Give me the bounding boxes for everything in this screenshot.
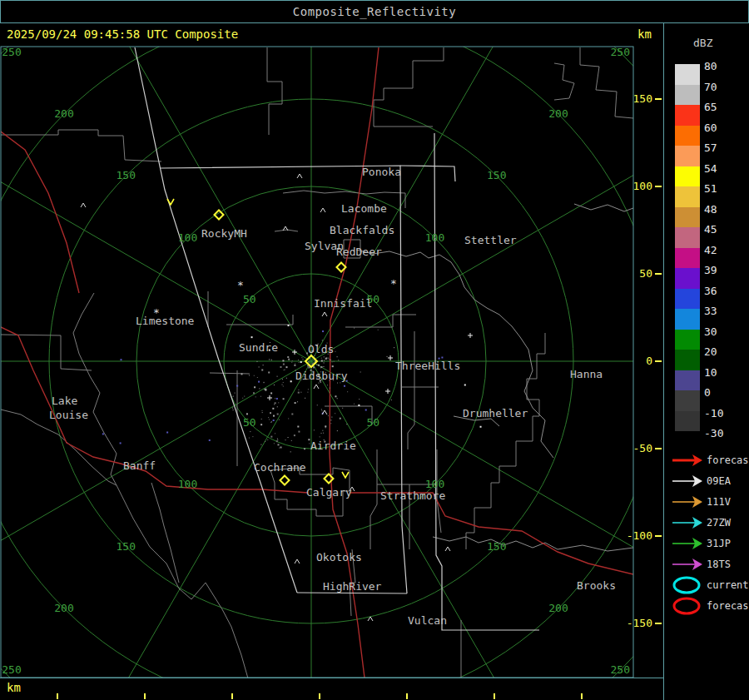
range-ring-label: 250 <box>610 46 629 58</box>
radar-echo <box>325 425 326 427</box>
radar-echo <box>298 392 300 394</box>
radar-echo <box>324 356 325 357</box>
colorbar-box <box>675 166 700 187</box>
radar-echo <box>304 448 305 449</box>
colorbar-box <box>675 186 700 207</box>
radar-echo <box>313 366 315 368</box>
caret-marker <box>445 547 450 551</box>
radar-echo <box>332 361 333 362</box>
site-diamond-marker <box>325 474 334 484</box>
radar-echo <box>271 360 272 360</box>
radar-echo <box>320 382 321 383</box>
radar-echo <box>277 376 278 377</box>
county-boundary <box>325 406 372 424</box>
radar-echo <box>283 382 284 383</box>
city-label: RockyMH <box>201 227 247 240</box>
range-ring-label: 100 <box>425 231 444 244</box>
radar-echo <box>277 439 278 439</box>
radar-echo <box>288 418 289 419</box>
range-ring-label: 50 <box>243 293 256 305</box>
radar-echo <box>335 395 336 397</box>
legend-item: 18TS <box>671 554 731 574</box>
radar-echo <box>274 443 275 444</box>
right-axis-tick-label: -150 <box>627 618 652 629</box>
radar-echo <box>359 399 360 400</box>
plus-marker <box>267 395 272 400</box>
radar-echo <box>330 420 331 420</box>
colorbar-value-label: 33 <box>704 305 717 316</box>
bottom-axis-tick <box>144 693 146 699</box>
radar-echo <box>325 358 327 360</box>
right-axis-tick-label: 150 <box>633 93 652 105</box>
right-axis-tick-label: -100 <box>627 530 652 542</box>
radar-echo <box>246 413 248 415</box>
radar-echo <box>274 385 275 385</box>
radar-echo <box>269 359 270 360</box>
radar-echo <box>261 419 262 420</box>
radar-echo <box>275 402 276 404</box>
bottom-axis: -150-100-50050100150 <box>0 678 663 700</box>
radar-echo <box>322 340 323 340</box>
right-axis-tick-label: 0 <box>646 355 652 367</box>
radar-echo <box>308 389 309 390</box>
legend-item: 31JP <box>671 534 731 554</box>
colorbar-box <box>675 350 700 370</box>
radar-echo <box>288 437 289 438</box>
county-boundary <box>210 373 250 374</box>
radar-echo <box>235 393 236 394</box>
river-line <box>356 250 553 458</box>
colorbar-value-label: 42 <box>704 245 717 256</box>
radar-echo <box>391 400 392 400</box>
city-label: Limestone <box>136 315 195 327</box>
legend-label: 09EA <box>707 475 731 487</box>
radar-echo <box>249 375 250 375</box>
radar-echo <box>316 365 317 365</box>
river-line <box>574 204 633 211</box>
radar-echo <box>309 361 310 362</box>
legend-label: 27ZW <box>707 517 731 529</box>
right-axis-tick-label: -50 <box>633 443 652 454</box>
radar-echo <box>321 409 322 410</box>
radar-echo <box>295 363 295 364</box>
radar-echo <box>344 385 345 387</box>
radar-echo <box>283 398 285 400</box>
radar-echo <box>332 365 334 367</box>
legend-arrow-icon <box>671 471 704 491</box>
bottom-axis-tick <box>319 693 320 699</box>
radar-echo <box>254 386 255 388</box>
radar-echo <box>340 418 341 420</box>
radar-echo <box>299 362 300 363</box>
radar-echo <box>256 361 257 362</box>
radar-echo <box>285 439 286 440</box>
range-ring-label: 150 <box>117 169 136 181</box>
radar-echo <box>264 382 265 383</box>
colorbar-value-label: 51 <box>704 183 717 194</box>
radar-echo <box>284 370 285 370</box>
radar-echo <box>317 405 318 405</box>
radar-echo <box>241 373 243 375</box>
caret-marker <box>314 385 319 389</box>
colorbar-value-label: 45 <box>704 224 717 235</box>
radar-echo <box>269 419 270 420</box>
radar-echo <box>303 359 304 360</box>
radar-echo <box>280 446 282 448</box>
colorbar-value-label: 54 <box>704 163 717 174</box>
radar-echo <box>270 412 271 414</box>
radar-echo <box>268 417 269 418</box>
caret-marker <box>81 203 86 207</box>
county-boundary <box>275 230 298 231</box>
colorbar-title: dBZ <box>693 37 712 49</box>
city-label: Brooks <box>577 579 616 592</box>
radar-echo <box>334 361 335 362</box>
colorbar-box <box>675 289 700 310</box>
radar-echo <box>282 360 284 361</box>
radar-echo <box>265 441 265 442</box>
legend-item: current <box>671 575 749 595</box>
colorbar-box <box>675 330 700 350</box>
colorbar-value-label: 36 <box>704 285 717 296</box>
yellow-arrow-marker <box>167 199 174 205</box>
radar-echo <box>280 366 281 368</box>
radar-echo <box>276 440 278 442</box>
colorbar-value-label: 39 <box>704 265 717 276</box>
range-ring-label: 150 <box>487 169 506 181</box>
